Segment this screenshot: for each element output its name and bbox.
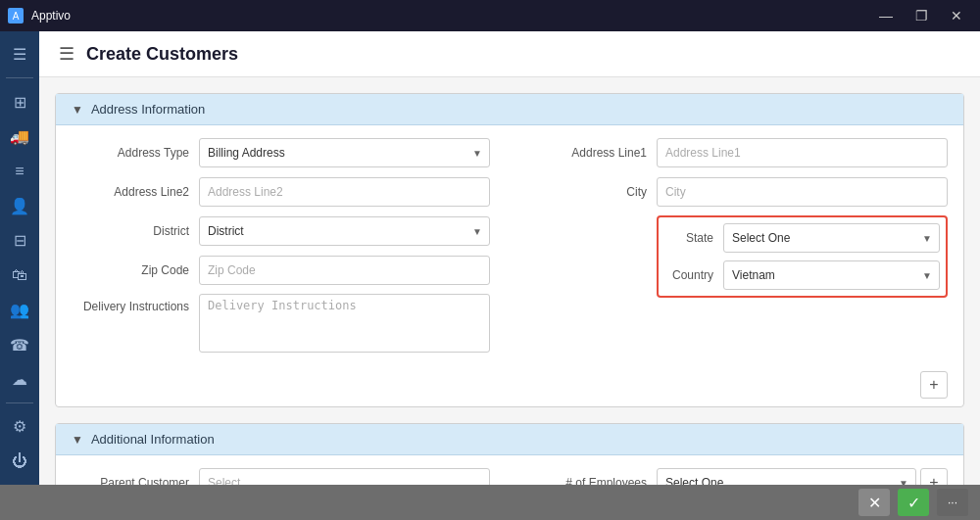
parent-customer-label: Parent Customer: [72, 476, 199, 485]
sidebar-item-shipping[interactable]: 🚚: [2, 121, 37, 152]
district-row: District District ▼: [72, 215, 490, 247]
sidebar-item-grid[interactable]: ⊟: [2, 225, 37, 256]
sidebar-item-users[interactable]: 👥: [2, 295, 37, 325]
state-label: State: [664, 231, 723, 245]
sidebar-item-menu[interactable]: ☰: [2, 39, 37, 70]
zip-code-row: Zip Code: [72, 255, 490, 286]
delivery-instructions-row: Delivery Instructions: [72, 294, 490, 355]
state-select[interactable]: Select One: [723, 223, 940, 253]
city-row: City: [529, 176, 948, 208]
address-add-button[interactable]: +: [920, 371, 948, 399]
sidebar-divider-2: [6, 402, 33, 403]
address-line2-label: Address Line2: [72, 185, 199, 199]
parent-customer-control: [199, 468, 490, 485]
sidebar-item-home[interactable]: ⊞: [2, 86, 37, 117]
sidebar-item-settings[interactable]: ⚙: [2, 411, 37, 442]
address-line1-input[interactable]: [657, 138, 948, 167]
delivery-instructions-label: Delivery Instructions: [72, 294, 199, 313]
country-inner-row: Country Vietnam United States India ▼: [664, 260, 940, 290]
additional-section-toggle[interactable]: ▼: [72, 433, 83, 447]
bottom-bar: ✕ ✓ ···: [0, 485, 980, 520]
hamburger-icon[interactable]: ☰: [59, 43, 74, 65]
parent-customer-input[interactable]: [199, 468, 490, 485]
additional-section: ▼ Additional Information Parent Customer: [55, 423, 964, 485]
additional-section-title: Additional Information: [91, 432, 215, 447]
sidebar-item-cloud[interactable]: ☁: [2, 364, 37, 395]
address-line2-control: [199, 177, 490, 207]
additional-form-left: Parent Customer Price List: [72, 467, 510, 485]
app-icon: A: [8, 8, 24, 24]
city-label: City: [529, 185, 657, 199]
address-section-title: Address Information: [91, 102, 205, 117]
address-type-select-wrapper: Billing Address Shipping Address ▼: [199, 138, 490, 167]
country-select[interactable]: Vietnam United States India: [723, 260, 940, 290]
minimize-button[interactable]: —: [870, 0, 902, 31]
address-line1-control: [657, 138, 948, 167]
address-type-select[interactable]: Billing Address Shipping Address: [199, 138, 490, 167]
address-form-right: Address Line1 City X: [510, 137, 948, 355]
restore-button[interactable]: ❐: [906, 0, 937, 31]
num-employees-control: Select One 1-10 11-50 51-200 ▼ +: [657, 468, 948, 485]
district-select[interactable]: District: [199, 216, 490, 246]
state-country-row: X State Select One: [529, 215, 948, 298]
page-header: ☰ Create Customers: [39, 31, 980, 77]
address-line2-row: Address Line2: [72, 176, 490, 208]
parent-customer-row: Parent Customer: [72, 467, 490, 485]
sidebar-item-list[interactable]: ≡: [2, 156, 37, 186]
num-employees-add-button[interactable]: +: [920, 468, 948, 485]
district-control: District ▼: [199, 216, 490, 246]
address-section-header: ▼ Address Information: [56, 94, 963, 125]
sidebar: ☰ ⊞ 🚚 ≡ 👤 ⊟ 🛍 👥 ☎ ☁ ⚙ ⏻: [0, 31, 39, 485]
delivery-instructions-textarea[interactable]: [199, 294, 490, 353]
address-section-footer: +: [56, 367, 963, 406]
sidebar-item-user[interactable]: 👤: [2, 191, 37, 221]
city-control: [657, 177, 948, 207]
additional-form-grid: Parent Customer Price List: [56, 455, 963, 485]
city-input[interactable]: [657, 177, 948, 207]
sidebar-divider-1: [6, 77, 33, 78]
address-section-toggle[interactable]: ▼: [72, 103, 83, 117]
state-select-wrapper: Select One ▼: [723, 223, 940, 253]
address-type-label: Address Type: [72, 146, 199, 160]
sidebar-item-power[interactable]: ⏻: [2, 447, 37, 477]
address-line1-label: Address Line1: [529, 146, 657, 160]
address-type-row: Address Type Billing Address Shipping Ad…: [72, 137, 490, 168]
zip-code-control: [199, 256, 490, 285]
num-employees-select-wrapper: Select One 1-10 11-50 51-200 ▼: [657, 468, 916, 485]
app-name: Apptivo: [31, 9, 71, 23]
address-line1-row: Address Line1: [529, 137, 948, 168]
num-employees-select[interactable]: Select One 1-10 11-50 51-200: [657, 468, 916, 485]
state-inner-row: State Select One ▼: [664, 223, 940, 253]
state-country-highlighted: State Select One ▼: [657, 215, 948, 298]
sidebar-item-bag[interactable]: 🛍: [2, 260, 37, 291]
country-select-wrapper: Vietnam United States India ▼: [723, 260, 940, 290]
close-button[interactable]: ✕: [941, 0, 972, 31]
address-section: ▼ Address Information Address Type Billi…: [55, 93, 964, 407]
address-line2-input[interactable]: [199, 177, 490, 207]
num-employees-label: # of Employees: [529, 476, 657, 485]
page-title: Create Customers: [86, 44, 238, 65]
address-form-grid: Address Type Billing Address Shipping Ad…: [56, 125, 963, 367]
delivery-instructions-control: [199, 294, 490, 355]
confirm-button[interactable]: ✓: [898, 489, 929, 516]
address-form-left: Address Type Billing Address Shipping Ad…: [72, 137, 510, 355]
cancel-button[interactable]: ✕: [858, 489, 890, 516]
additional-form-right: # of Employees Select One 1-10 11-50 51-…: [510, 467, 948, 485]
sidebar-item-phone[interactable]: ☎: [2, 329, 37, 359]
main-content: ☰ Create Customers ▼ Address Information…: [39, 31, 980, 485]
zip-code-input[interactable]: [199, 256, 490, 285]
state-country-control: State Select One ▼: [657, 215, 948, 298]
district-select-wrapper: District ▼: [199, 216, 490, 246]
district-label: District: [72, 224, 199, 238]
address-type-control: Billing Address Shipping Address ▼: [199, 138, 490, 167]
country-label: Country: [664, 268, 723, 282]
num-employees-inline: Select One 1-10 11-50 51-200 ▼ +: [657, 468, 948, 485]
more-button[interactable]: ···: [937, 489, 968, 516]
zip-code-label: Zip Code: [72, 263, 199, 277]
title-bar: A Apptivo — ❐ ✕: [0, 0, 980, 31]
num-employees-row: # of Employees Select One 1-10 11-50 51-…: [529, 467, 948, 485]
additional-section-header: ▼ Additional Information: [56, 424, 963, 455]
